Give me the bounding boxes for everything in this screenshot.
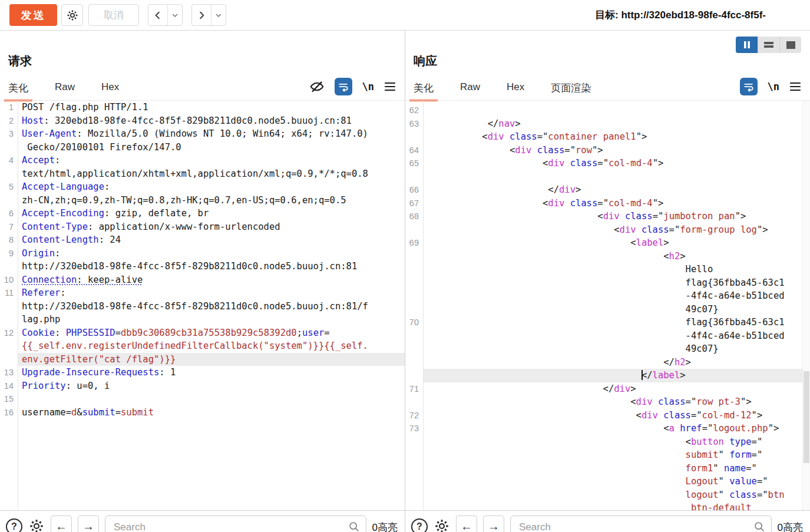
code-text: username=d&submit=submit	[18, 406, 405, 419]
request-tabs: 美化 Raw Hex	[8, 81, 119, 101]
back-dropdown-button[interactable]	[168, 5, 182, 25]
show-newlines-toggle[interactable]: \n	[362, 81, 374, 92]
line-number: 63	[405, 117, 423, 131]
tab-response-raw[interactable]: Raw	[460, 81, 480, 101]
line-number: 3	[0, 127, 18, 141]
help-icon[interactable]: ?	[6, 518, 22, 532]
word-wrap-icon	[338, 81, 349, 92]
chevron-down-icon	[171, 11, 179, 19]
show-newlines-toggle[interactable]: \n	[768, 81, 779, 92]
code-text: http://320ebd18-98fe-4fcc-8f5f-829b8211d…	[18, 260, 405, 273]
tab-request-hex[interactable]: Hex	[101, 81, 119, 101]
cancel-button[interactable]: 取消	[88, 4, 139, 26]
response-tabs: 美化 Raw Hex 页面渲染	[414, 81, 591, 101]
line-number	[0, 167, 18, 181]
response-menu-button[interactable]	[789, 81, 801, 92]
code-text: POST /flag.php HTTP/1.1	[18, 101, 405, 114]
line-number: 62	[405, 104, 423, 117]
code-row: zh-CN,zh;q=0.9,zh-TW;q=0.8,zh-HK;q=0.7,e…	[0, 194, 405, 207]
request-search-input[interactable]	[105, 516, 366, 532]
back-button[interactable]	[148, 5, 168, 25]
response-view-controls	[736, 37, 801, 53]
line-number: 67	[405, 197, 423, 210]
code-text: Referer:	[18, 286, 405, 300]
code-text: 49c07}	[423, 342, 810, 356]
code-text: -4f4c-a64e-b51bced	[423, 289, 810, 303]
code-row: -4f4c-a64e-b51bced	[405, 289, 810, 303]
scrollbar-thumb[interactable]	[804, 371, 809, 463]
word-wrap-icon	[743, 81, 755, 92]
line-number	[0, 194, 18, 207]
response-search-bar: ? ← → 0高亮	[405, 510, 810, 532]
request-editor[interactable]: 1POST /flag.php HTTP/1.12Host: 320ebd18-…	[0, 101, 405, 510]
code-text: <div class="row">	[423, 144, 810, 157]
pause-toggle-button[interactable]	[736, 37, 758, 53]
history-back-group	[148, 4, 183, 26]
line-number: 71	[405, 382, 423, 396]
eye-off-icon	[309, 79, 325, 94]
search-icon	[348, 520, 361, 532]
word-wrap-toggle[interactable]	[335, 78, 352, 95]
code-row: 12Cookie: PHPSESSID=dbb9c30689cb31a75538…	[0, 326, 405, 340]
help-icon[interactable]: ?	[411, 518, 428, 532]
request-menu-button[interactable]	[384, 81, 396, 92]
stop-button[interactable]	[779, 37, 801, 53]
tab-response-render[interactable]: 页面渲染	[551, 81, 591, 101]
line-number: 72	[405, 409, 423, 422]
code-row	[405, 170, 810, 184]
line-number	[405, 276, 423, 290]
hamburger-icon	[789, 81, 801, 92]
hide-button[interactable]	[309, 79, 325, 94]
tab-response-hex[interactable]: Hex	[507, 81, 524, 101]
code-row: 49c07}	[405, 342, 810, 356]
code-row: 62	[405, 104, 810, 117]
tab-response-pretty[interactable]: 美化	[414, 81, 434, 101]
word-wrap-toggle[interactable]	[740, 78, 758, 95]
line-number: 10	[0, 273, 18, 287]
hamburger-icon	[384, 81, 396, 92]
response-scrollbar[interactable]	[802, 101, 810, 510]
send-button[interactable]: 发送	[9, 4, 57, 26]
line-number	[405, 130, 423, 144]
code-row: 6Accept-Encoding: gzip, deflate, br	[0, 207, 405, 220]
code-text: Hello	[423, 263, 810, 276]
response-editor[interactable]: 62 63</nav><div class="container panel1"…	[405, 101, 810, 510]
request-title: 请求	[8, 53, 32, 69]
code-text: Accept-Encoding: gzip, deflate, br	[18, 207, 405, 220]
code-row: </h2>	[405, 356, 810, 369]
code-row: 4Accept:	[0, 154, 405, 167]
search-settings-button[interactable]	[28, 518, 45, 532]
code-text: http://320ebd18-98fe-4fcc-8f5f-829b8211d…	[18, 300, 405, 313]
forward-button[interactable]	[192, 5, 211, 25]
code-row: 66</div>	[405, 183, 810, 197]
split-rows-button[interactable]	[758, 37, 779, 53]
code-text: Accept:	[18, 154, 405, 167]
search-next-button[interactable]: →	[78, 516, 99, 532]
search-next-button[interactable]: →	[483, 516, 504, 532]
search-settings-button[interactable]	[434, 518, 450, 532]
send-settings-button[interactable]	[61, 4, 83, 26]
code-text	[423, 170, 810, 184]
code-row: submit" form="	[405, 448, 810, 462]
gutter-divider	[18, 101, 18, 510]
tab-request-raw[interactable]: Raw	[55, 81, 75, 101]
repeater-window: 发送 取消	[0, 0, 810, 532]
search-prev-button[interactable]: ←	[51, 516, 72, 532]
code-row: form1" name="	[405, 462, 810, 475]
search-prev-button[interactable]: ←	[456, 516, 477, 532]
tab-request-pretty[interactable]: 美化	[8, 81, 28, 101]
line-number	[405, 448, 423, 462]
code-row: 13Upgrade-Insecure-Requests: 1	[0, 366, 405, 379]
search-icon	[753, 520, 766, 532]
code-row: 70flag{36fbba45-63c1	[405, 316, 810, 329]
line-number	[405, 475, 423, 488]
code-text: Content-Type: application/x-www-form-url…	[18, 220, 405, 234]
code-text: Host: 320ebd18-98fe-4fcc-8f5f-829b8211d0…	[18, 114, 405, 128]
code-text: <button type="	[423, 435, 810, 449]
code-text: Accept-Language:	[18, 180, 405, 194]
code-row: 5Accept-Language:	[0, 180, 405, 194]
forward-dropdown-button[interactable]	[211, 5, 226, 25]
rows-icon	[764, 41, 773, 48]
code-text: text/html,application/xhtml+xml,applicat…	[18, 167, 405, 181]
response-search-input[interactable]	[510, 516, 772, 532]
